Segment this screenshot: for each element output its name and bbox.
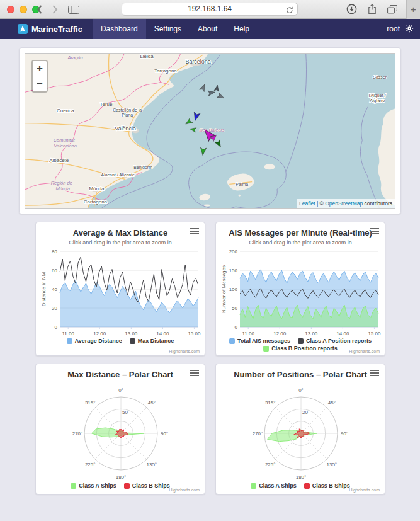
chart-context-menu-icon[interactable] xyxy=(370,370,379,377)
map-region-label: Comunitat xyxy=(54,137,76,143)
brand-label: MarineTraffic xyxy=(31,25,82,34)
chart-context-menu-icon[interactable] xyxy=(190,370,199,377)
chart-plot-area[interactable]: 0°45°90°135°180°225°270°315°20 xyxy=(220,382,382,482)
map-city-label: Alacant / Alicante xyxy=(101,173,135,177)
legend-label: Average Distance xyxy=(75,338,122,344)
gear-icon[interactable] xyxy=(405,24,414,35)
map-region-label: Valenciana xyxy=(54,143,77,149)
svg-text:270°: 270° xyxy=(72,431,83,437)
legend-swatch xyxy=(229,338,235,344)
map-city-label: Múrcia xyxy=(89,186,104,192)
nav-item-about[interactable]: About xyxy=(190,19,225,39)
dashboard-content: LleidaBarcelonaTarragonaTeruelCuencaCast… xyxy=(0,39,420,495)
map-panel: LleidaBarcelonaTarragonaTeruelCuencaCast… xyxy=(19,47,401,214)
legend-label: Max Distance xyxy=(138,338,174,344)
svg-text:15:00: 15:00 xyxy=(188,331,201,336)
chart-title: Number of Positions – Polar Chart xyxy=(220,370,381,379)
highcharts-credit[interactable]: Highcharts.com xyxy=(169,349,200,353)
leaflet-link[interactable]: Leaflet xyxy=(299,200,315,207)
svg-text:90°: 90° xyxy=(161,431,168,437)
url-bar[interactable]: 192.168.1.64 xyxy=(122,3,298,16)
highcharts-credit[interactable]: Highcharts.com xyxy=(349,349,380,353)
legend-label: Class B Position reports xyxy=(271,345,338,352)
osm-link[interactable]: OpenStreetMap xyxy=(325,200,363,207)
svg-text:270°: 270° xyxy=(253,431,263,437)
chart-context-menu-icon[interactable] xyxy=(370,228,379,236)
svg-text:100: 100 xyxy=(229,287,238,292)
navbar: MarineTraffic Dashboard Settings About H… xyxy=(0,19,420,39)
legend-item[interactable]: Class A Position reports xyxy=(298,338,372,344)
zoom-out-button[interactable]: − xyxy=(33,76,47,91)
legend-label: Class B Ships xyxy=(312,483,350,489)
chart-subtitle: Click and drag in the plot area to zoom … xyxy=(220,239,381,246)
legend-item[interactable]: Class B Ships xyxy=(304,483,350,489)
highcharts-credit[interactable]: Highcharts.com xyxy=(169,488,200,492)
legend-item[interactable]: Average Distance xyxy=(67,338,122,344)
legend-item[interactable]: Class A Ships xyxy=(71,483,116,489)
legend-item[interactable]: Max Distance xyxy=(130,338,174,344)
legend-item[interactable]: Class B Position reports xyxy=(263,345,338,352)
legend-swatch xyxy=(251,483,256,489)
legend-item[interactable]: Total AIS messages xyxy=(229,338,290,344)
nav-item-settings[interactable]: Settings xyxy=(146,19,190,39)
svg-text:12:00: 12:00 xyxy=(273,331,287,336)
map-city-label: Albacete xyxy=(49,157,69,163)
browser-chrome: 192.168.1.64 + xyxy=(0,0,420,19)
svg-text:225°: 225° xyxy=(265,462,276,467)
svg-text:225°: 225° xyxy=(85,462,96,467)
zoom-in-button[interactable]: + xyxy=(33,61,47,76)
map[interactable]: LleidaBarcelonaTarragonaTeruelCuencaCast… xyxy=(25,54,395,209)
svg-text:13:00: 13:00 xyxy=(125,331,138,336)
map-city-label: Cuenca xyxy=(57,108,74,113)
svg-text:45°: 45° xyxy=(148,400,156,406)
reload-icon[interactable] xyxy=(286,6,293,18)
chart-plot-area[interactable]: 02040608011:0012:0013:0014:0015:00Distan… xyxy=(40,248,202,337)
svg-text:180°: 180° xyxy=(116,474,127,480)
map-city-label: Barcelona xyxy=(185,59,210,65)
chart-context-menu-icon[interactable] xyxy=(190,228,199,236)
map-attribution: Leaflet | © OpenStreetMap contributors xyxy=(297,199,395,208)
chart-title: Average & Max Distance xyxy=(40,228,201,238)
map-region-label: Múrcia xyxy=(56,186,70,192)
svg-text:12:00: 12:00 xyxy=(93,331,106,336)
nav-menu: Dashboard Settings About Help xyxy=(93,19,258,39)
sidebar-toggle-button[interactable] xyxy=(68,5,79,16)
svg-text:0°: 0° xyxy=(118,387,123,393)
brand[interactable]: MarineTraffic xyxy=(18,24,82,34)
back-button[interactable] xyxy=(37,5,42,16)
chart-plot-area[interactable]: 05010015020011:0012:0013:0014:0015:00Num… xyxy=(220,248,382,337)
map-city-label: Plana xyxy=(122,113,133,117)
nav-item-help[interactable]: Help xyxy=(225,19,258,39)
map-city-label: l'Alguer / xyxy=(369,93,386,98)
svg-text:20: 20 xyxy=(302,409,308,415)
legend-label: Class A Ships xyxy=(79,483,116,489)
legend-swatch xyxy=(130,338,135,344)
legend-label: Class A Ships xyxy=(259,483,296,489)
legend-item[interactable]: Class B Ships xyxy=(124,483,170,489)
map-zoom-control: + − xyxy=(31,60,48,93)
svg-text:315°: 315° xyxy=(85,400,96,406)
map-container[interactable]: LleidaBarcelonaTarragonaTeruelCuencaCast… xyxy=(25,53,395,209)
chart-legend: Average DistanceMax Distance xyxy=(40,338,201,344)
svg-text:315°: 315° xyxy=(265,400,276,406)
nav-item-dashboard[interactable]: Dashboard xyxy=(93,19,146,39)
chart-title: Max Distance – Polar Chart xyxy=(40,370,201,379)
close-window-button[interactable] xyxy=(7,6,14,13)
map-city-label: Castellón de la xyxy=(113,108,142,112)
svg-text:14:00: 14:00 xyxy=(156,331,169,336)
chart-subtitle: Click and drag in the plot area to zoom … xyxy=(40,239,201,246)
polar-series xyxy=(268,430,317,442)
minimize-window-button[interactable] xyxy=(20,6,27,13)
tabs-overview-icon[interactable] xyxy=(387,5,397,16)
highcharts-credit[interactable]: Highcharts.com xyxy=(349,488,380,492)
svg-text:60: 60 xyxy=(52,268,57,273)
chart-plot-area[interactable]: 0°45°90°135°180°225°270°315°50 xyxy=(40,382,202,482)
svg-text:50: 50 xyxy=(122,409,128,415)
legend-item[interactable]: Class A Ships xyxy=(251,483,296,489)
forward-button[interactable] xyxy=(52,5,58,16)
map-city-label: Sàsser xyxy=(373,75,387,79)
share-icon[interactable] xyxy=(368,4,377,17)
new-tab-button[interactable]: + xyxy=(406,0,420,19)
legend-swatch xyxy=(298,338,304,344)
downloads-icon[interactable] xyxy=(346,4,357,17)
